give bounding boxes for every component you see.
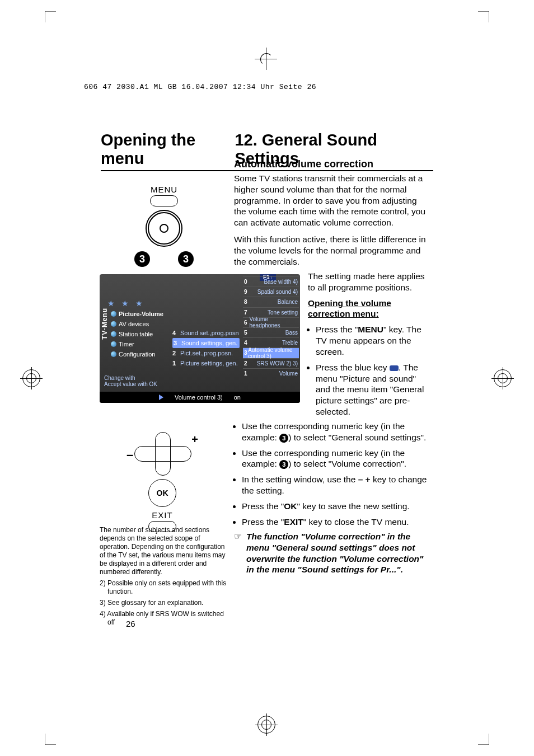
lower-steps: Use the corresponding numeric key (in th… [234, 421, 430, 532]
osd-footer: Volume control 3) on [100, 392, 300, 403]
footnote-2: 2) Possible only on sets equipped with t… [100, 579, 228, 596]
exit-key-label: EXIT [115, 510, 210, 520]
numeric-key-3-icon: 3 [279, 434, 288, 443]
page-title-left: Opening the menu [101, 131, 235, 168]
osd-stars-icon: ★ ★ ★ [107, 299, 145, 308]
note-text: The function "Volume correction" in the … [246, 531, 430, 575]
osd-sub2-item: 8Balance [243, 297, 299, 307]
section-subtitle: Automatic volume correction [234, 158, 373, 170]
step-press-menu: Press the "MENU" key. The TV menu appear… [316, 324, 430, 357]
numeric-3-badge-left: 3 [134, 251, 150, 267]
osd-sub2-item: 6Volume headphones [243, 317, 299, 327]
ok-button-icon: OK [148, 479, 176, 507]
osd-sub1-item: 3Sound settings, gen. [172, 338, 240, 348]
osd-sub2-item: 3Automatic volume control 3) [243, 348, 299, 358]
menu-button-icon [150, 195, 178, 206]
osd-sub2-item: 0Base width 4) [243, 276, 299, 287]
registration-cross-top [255, 48, 277, 70]
osd-submenu-1: 4Sound set.,prog.posn 3Sound settings, g… [172, 328, 240, 368]
osd-main-item: Timer [111, 339, 170, 349]
footnote-4: 4) Available only if SRS WOW is switched… [100, 610, 228, 627]
osd-main-item: Station table [111, 329, 170, 339]
print-job-header: 606 47 2030.A1 ML GB 16.04.2007 12:34 Uh… [84, 83, 316, 91]
osd-sub2-item: 7Tone setting [243, 307, 299, 317]
menu-key-label: MENU [100, 185, 228, 194]
page-number: 26 [126, 619, 135, 628]
tv-osd-screenshot: ★ ★ ★ TV-Menu Picture-Volume AV devices … [100, 274, 300, 403]
osd-sub1-item: 4Sound set.,prog.posn [172, 328, 240, 338]
open-menu-heading: Opening the volume correction menu: [308, 298, 391, 319]
step-change-setting: In the setting window, use the – + key t… [242, 474, 430, 496]
blue-key-icon [390, 365, 399, 371]
minus-icon: – [127, 448, 133, 462]
remote-diagram-bottom: + – OK EXIT [115, 431, 210, 536]
intro-paragraphs: Some TV stations transmit their commerci… [234, 173, 430, 273]
intro-paragraph-1: Some TV stations transmit their commerci… [234, 173, 430, 228]
step-press-exit: Press the "EXIT" key to close the TV men… [242, 516, 430, 528]
registration-mark-left [22, 369, 40, 387]
intro-paragraph-2: With this function active, there is litt… [234, 234, 430, 267]
osd-main-item: Configuration [111, 349, 170, 359]
play-triangle-icon [159, 395, 163, 400]
footnotes: The number of subjects and sections depe… [100, 526, 228, 630]
numeric-3-badge-right: 3 [178, 251, 194, 267]
osd-footer-value: on [234, 394, 241, 401]
osd-main-list: Picture-Volume AV devices Station table … [111, 309, 170, 359]
remote-diagram-top: MENU 3 3 [100, 185, 228, 267]
numeric-key-3-icon: 3 [279, 460, 288, 469]
osd-sub2-item: 2SRS WOW 2) 3) [243, 358, 299, 368]
plus-icon: + [191, 433, 198, 446]
osd-main-item: AV devices [111, 319, 170, 329]
osd-hint: Change with Accept value with OK [104, 375, 157, 387]
osd-sub2-item: 9Spatial sound 4) [243, 287, 299, 297]
osd-sub1-item: 1Picture settings, gen. [172, 358, 240, 368]
step-numeric-sound: Use the corresponding numeric key (in th… [242, 421, 430, 443]
osd-submenu-2: 0Base width 4) 9Spatial sound 4) 8Balanc… [243, 276, 299, 378]
right-narrow-column: The setting made here applies to all pro… [308, 271, 430, 422]
footnote-intro: The number of subjects and sections depe… [100, 526, 228, 576]
nav-ring-icon [146, 210, 182, 247]
step-numeric-volume-correction: Use the corresponding numeric key (in th… [242, 448, 430, 470]
osd-main-item: Picture-Volume [111, 309, 170, 319]
osd-sub2-item: 1Volume [243, 368, 299, 378]
footnote-3: 3) See glossary for an explanation. [100, 599, 228, 607]
pointing-hand-icon: ☞ [234, 531, 242, 575]
registration-mark-right [494, 369, 512, 387]
osd-footer-label: Volume control 3) [175, 394, 223, 401]
applies-text: The setting made here applies to all pro… [308, 271, 430, 293]
step-press-ok: Press the "OK" key to save the new setti… [242, 501, 430, 512]
registration-mark-bottom [257, 716, 275, 734]
osd-sidebar-title: TV-Menu [101, 308, 109, 340]
step-press-blue: Press the blue key . The menu "Picture a… [316, 362, 430, 417]
osd-sub1-item: 2Pict.set.,prog.posn. [172, 348, 240, 358]
osd-sub2-item: 5Bass [243, 327, 299, 337]
osd-sub2-item: 4Treble [243, 337, 299, 348]
note-callout: ☞ The function "Volume correction" in th… [234, 531, 430, 575]
